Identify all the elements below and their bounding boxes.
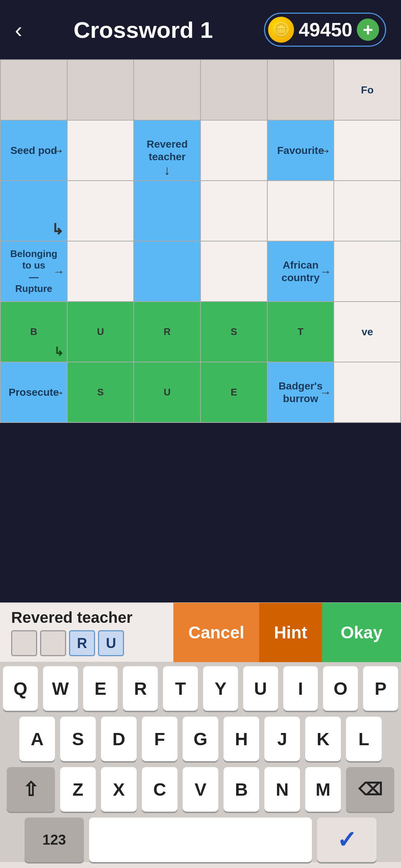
numbers-key[interactable]: 123 [25, 818, 84, 862]
cell-2-2[interactable] [134, 181, 200, 241]
page-title: Crossword 1 [74, 17, 213, 43]
cell-E[interactable]: E [200, 362, 267, 423]
keyboard-row-3: ⇧ Z X C V B N M ⌫ [3, 767, 398, 812]
space-key[interactable] [89, 818, 312, 862]
cell-0-1[interactable] [67, 60, 134, 120]
cell-S[interactable]: S [200, 302, 267, 362]
key-F[interactable]: F [142, 717, 177, 761]
app-header: ‹ Crossword 1 🪙 49450 + [0, 0, 401, 59]
key-S[interactable]: S [60, 717, 96, 761]
key-Z[interactable]: Z [60, 767, 96, 812]
letter-B: B [30, 326, 38, 337]
coins-amount: 49450 [299, 19, 352, 41]
add-coins-button[interactable]: + [357, 19, 379, 41]
key-N[interactable]: N [264, 767, 300, 812]
cell-0-2[interactable] [134, 60, 200, 120]
key-O[interactable]: O [323, 666, 358, 711]
answer-box-2[interactable] [40, 630, 66, 656]
key-R[interactable]: R [123, 666, 158, 711]
cell-2-1[interactable] [67, 181, 134, 241]
back-button[interactable]: ‹ [15, 17, 22, 43]
cell-1-3[interactable] [200, 120, 267, 181]
done-key[interactable]: ✓ [317, 818, 376, 862]
key-C[interactable]: C [142, 767, 177, 812]
letter-S2: S [97, 387, 104, 398]
key-W[interactable]: W [43, 666, 78, 711]
letter-E: E [231, 387, 237, 398]
cell-2-3[interactable] [200, 181, 267, 241]
answer-box-1[interactable] [11, 630, 37, 656]
grid-row-4: B ↳ U R S T ve [0, 302, 401, 362]
cell-1-5[interactable] [334, 120, 401, 181]
cell-revered-teacher[interactable]: Reveredteacher [134, 120, 200, 181]
key-X[interactable]: X [101, 767, 137, 812]
cell-3-2[interactable] [134, 241, 200, 302]
key-Y[interactable]: Y [203, 666, 238, 711]
cell-0-3[interactable] [200, 60, 267, 120]
cell-0-5[interactable]: Fo [334, 60, 401, 120]
arrow-corner-2: ↳ [54, 345, 64, 359]
keyboard: Q W E R T Y U I O P A S D F G H J K L ⇧ … [0, 662, 401, 862]
key-G[interactable]: G [183, 717, 218, 761]
cell-badgers[interactable]: Badger'sburrow → [267, 362, 334, 423]
cell-2-0[interactable] [0, 181, 67, 241]
key-K[interactable]: K [305, 717, 341, 761]
shift-key[interactable]: ⇧ [7, 767, 55, 812]
key-E[interactable]: E [83, 666, 118, 711]
keyboard-row-2: A S D F G H J K L [3, 717, 398, 761]
cell-1-1[interactable] [67, 120, 134, 181]
key-Q[interactable]: Q [3, 666, 38, 711]
key-M[interactable]: M [305, 767, 341, 812]
cell-prosecute[interactable]: Prosecute → [0, 362, 67, 423]
arrow-prosecute: → [53, 385, 65, 399]
cell-african-country[interactable]: Africancountry → [267, 241, 334, 302]
cell-0-4[interactable] [267, 60, 334, 120]
letter-U2: U [164, 387, 171, 398]
key-H[interactable]: H [224, 717, 259, 761]
clue-seed-pod: Seed pod [1, 143, 67, 158]
clue-revered-teacher: Reveredteacher [134, 137, 200, 164]
cell-4-5[interactable]: ve [334, 302, 401, 362]
key-V[interactable]: V [183, 767, 218, 812]
key-P[interactable]: P [363, 666, 398, 711]
key-J[interactable]: J [264, 717, 300, 761]
active-clue-text: Revered teacher [11, 609, 162, 627]
key-L[interactable]: L [346, 717, 382, 761]
cell-2-5[interactable] [334, 181, 401, 241]
cell-2-4[interactable] [267, 181, 334, 241]
cancel-button[interactable]: Cancel [173, 603, 259, 662]
checkmark-icon: ✓ [337, 826, 357, 854]
cell-T[interactable]: T [267, 302, 334, 362]
cell-S2[interactable]: S [67, 362, 134, 423]
answer-box-4[interactable]: U [98, 630, 124, 656]
key-B[interactable]: B [224, 767, 259, 812]
cell-3-3[interactable] [200, 241, 267, 302]
cell-U2[interactable]: U [134, 362, 200, 423]
grid-row-2 [0, 181, 401, 241]
answer-box-3[interactable]: R [69, 630, 95, 656]
cell-0-0[interactable] [0, 60, 67, 120]
cell-U[interactable]: U [67, 302, 134, 362]
key-D[interactable]: D [101, 717, 137, 761]
grid-row-0: Fo [0, 60, 401, 120]
key-T[interactable]: T [163, 666, 198, 711]
cell-seed-pod[interactable]: Seed pod [0, 120, 67, 181]
cell-R[interactable]: R [134, 302, 200, 362]
hint-button[interactable]: Hint [259, 603, 322, 662]
cell-3-1[interactable] [67, 241, 134, 302]
letter-T: T [298, 326, 304, 337]
key-I[interactable]: I [283, 666, 318, 711]
cell-5-5[interactable] [334, 362, 401, 423]
backspace-key[interactable]: ⌫ [346, 767, 394, 812]
bottom-panel: Revered teacher R U Cancel Hint Okay Q W… [0, 602, 401, 868]
letter-R: R [164, 326, 171, 337]
cell-belonging[interactable]: Belongingto us—Rupture → [0, 241, 67, 302]
answer-boxes: R U [11, 630, 162, 656]
key-A[interactable]: A [19, 717, 55, 761]
cell-3-5[interactable] [334, 241, 401, 302]
cell-B[interactable]: B ↳ [0, 302, 67, 362]
key-U[interactable]: U [243, 666, 278, 711]
cell-favourite[interactable]: Favourite [267, 120, 334, 181]
letter-U: U [97, 326, 104, 337]
okay-button[interactable]: Okay [322, 603, 401, 662]
